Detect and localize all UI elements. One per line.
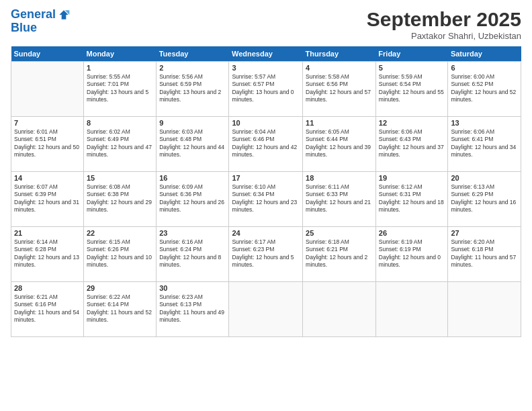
day-number: 3 xyxy=(232,64,300,72)
day-cell: 30Sunrise: 6:23 AMSunset: 6:13 PMDayligh… xyxy=(157,282,229,337)
day-info: Sunrise: 6:01 AMSunset: 6:51 PMDaylight:… xyxy=(14,128,81,159)
day-cell: 27Sunrise: 6:20 AMSunset: 6:18 PMDayligh… xyxy=(448,227,521,282)
day-info: Sunrise: 6:11 AMSunset: 6:33 PMDaylight:… xyxy=(306,183,373,214)
day-cell: 9Sunrise: 6:03 AMSunset: 6:48 PMDaylight… xyxy=(157,117,229,172)
day-info: Sunrise: 6:05 AMSunset: 6:44 PMDaylight:… xyxy=(306,128,373,159)
day-info: Sunrise: 6:19 AMSunset: 6:19 PMDaylight:… xyxy=(379,238,445,269)
day-number: 11 xyxy=(306,119,373,127)
day-number: 10 xyxy=(232,119,300,127)
day-cell: 1Sunrise: 5:55 AMSunset: 7:01 PMDaylight… xyxy=(84,62,157,117)
day-cell: 21Sunrise: 6:14 AMSunset: 6:28 PMDayligh… xyxy=(11,227,84,282)
day-cell: 3Sunrise: 5:57 AMSunset: 6:57 PMDaylight… xyxy=(229,62,303,117)
day-cell: 17Sunrise: 6:10 AMSunset: 6:34 PMDayligh… xyxy=(229,172,303,227)
day-cell: 20Sunrise: 6:13 AMSunset: 6:29 PMDayligh… xyxy=(448,172,521,227)
day-info: Sunrise: 6:02 AMSunset: 6:49 PMDaylight:… xyxy=(87,128,153,159)
day-info: Sunrise: 6:17 AMSunset: 6:23 PMDaylight:… xyxy=(232,238,300,269)
day-number: 6 xyxy=(451,64,518,72)
day-number: 15 xyxy=(87,174,153,182)
day-info: Sunrise: 6:12 AMSunset: 6:31 PMDaylight:… xyxy=(379,183,445,214)
day-cell: 28Sunrise: 6:21 AMSunset: 6:16 PMDayligh… xyxy=(11,282,84,337)
day-cell: 7Sunrise: 6:01 AMSunset: 6:51 PMDaylight… xyxy=(11,117,84,172)
day-cell: 15Sunrise: 6:08 AMSunset: 6:38 PMDayligh… xyxy=(84,172,157,227)
day-info: Sunrise: 6:13 AMSunset: 6:29 PMDaylight:… xyxy=(451,183,518,214)
header: General Blue September 2025 Paxtakor Sha… xyxy=(11,8,521,41)
logo-icon xyxy=(57,8,71,21)
day-number: 26 xyxy=(379,229,445,237)
day-cell: 4Sunrise: 5:58 AMSunset: 6:56 PMDaylight… xyxy=(303,62,376,117)
page: General Blue September 2025 Paxtakor Sha… xyxy=(0,0,532,411)
week-row-2: 7Sunrise: 6:01 AMSunset: 6:51 PMDaylight… xyxy=(11,117,521,172)
col-header-wednesday: Wednesday xyxy=(229,46,303,62)
day-number: 2 xyxy=(159,64,226,72)
day-cell xyxy=(448,282,521,337)
day-info: Sunrise: 6:06 AMSunset: 6:43 PMDaylight:… xyxy=(379,128,445,159)
day-cell xyxy=(229,282,303,337)
day-info: Sunrise: 6:14 AMSunset: 6:28 PMDaylight:… xyxy=(14,238,81,269)
day-info: Sunrise: 6:09 AMSunset: 6:36 PMDaylight:… xyxy=(159,183,226,214)
logo: General Blue xyxy=(11,8,71,35)
col-header-tuesday: Tuesday xyxy=(157,46,229,62)
day-cell: 2Sunrise: 5:56 AMSunset: 6:59 PMDaylight… xyxy=(157,62,229,117)
day-cell: 19Sunrise: 6:12 AMSunset: 6:31 PMDayligh… xyxy=(375,172,448,227)
day-cell: 11Sunrise: 6:05 AMSunset: 6:44 PMDayligh… xyxy=(303,117,376,172)
day-info: Sunrise: 6:18 AMSunset: 6:21 PMDaylight:… xyxy=(306,238,373,269)
day-cell: 26Sunrise: 6:19 AMSunset: 6:19 PMDayligh… xyxy=(375,227,448,282)
day-cell: 18Sunrise: 6:11 AMSunset: 6:33 PMDayligh… xyxy=(303,172,376,227)
day-info: Sunrise: 6:04 AMSunset: 6:46 PMDaylight:… xyxy=(232,128,300,159)
day-cell: 23Sunrise: 6:16 AMSunset: 6:24 PMDayligh… xyxy=(157,227,229,282)
day-cell: 13Sunrise: 6:06 AMSunset: 6:41 PMDayligh… xyxy=(448,117,521,172)
day-cell: 25Sunrise: 6:18 AMSunset: 6:21 PMDayligh… xyxy=(303,227,376,282)
day-info: Sunrise: 5:55 AMSunset: 7:01 PMDaylight:… xyxy=(87,73,153,104)
day-number: 12 xyxy=(379,119,445,127)
day-cell: 16Sunrise: 6:09 AMSunset: 6:36 PMDayligh… xyxy=(157,172,229,227)
day-info: Sunrise: 6:00 AMSunset: 6:52 PMDaylight:… xyxy=(451,73,518,104)
day-number: 4 xyxy=(306,64,373,72)
day-number: 28 xyxy=(14,284,81,292)
week-row-5: 28Sunrise: 6:21 AMSunset: 6:16 PMDayligh… xyxy=(11,282,521,337)
day-cell xyxy=(303,282,376,337)
day-number: 9 xyxy=(159,119,226,127)
day-number: 22 xyxy=(87,229,153,237)
day-cell: 29Sunrise: 6:22 AMSunset: 6:14 PMDayligh… xyxy=(84,282,157,337)
day-number: 20 xyxy=(451,174,518,182)
week-row-3: 14Sunrise: 6:07 AMSunset: 6:39 PMDayligh… xyxy=(11,172,521,227)
day-info: Sunrise: 6:07 AMSunset: 6:39 PMDaylight:… xyxy=(14,183,81,214)
logo-text: General xyxy=(11,8,56,21)
day-info: Sunrise: 6:16 AMSunset: 6:24 PMDaylight:… xyxy=(159,238,226,269)
day-cell: 10Sunrise: 6:04 AMSunset: 6:46 PMDayligh… xyxy=(229,117,303,172)
day-info: Sunrise: 6:03 AMSunset: 6:48 PMDaylight:… xyxy=(159,128,226,159)
day-info: Sunrise: 6:15 AMSunset: 6:26 PMDaylight:… xyxy=(87,238,153,269)
logo-text2: Blue xyxy=(11,21,71,35)
day-number: 30 xyxy=(159,284,226,292)
day-info: Sunrise: 5:57 AMSunset: 6:57 PMDaylight:… xyxy=(232,73,300,104)
day-cell: 6Sunrise: 6:00 AMSunset: 6:52 PMDaylight… xyxy=(448,62,521,117)
day-cell xyxy=(11,62,84,117)
day-number: 7 xyxy=(14,119,81,127)
day-cell: 5Sunrise: 5:59 AMSunset: 6:54 PMDaylight… xyxy=(375,62,448,117)
day-number: 16 xyxy=(159,174,226,182)
day-number: 17 xyxy=(232,174,300,182)
day-number: 25 xyxy=(306,229,373,237)
month-title: September 2025 xyxy=(367,8,521,31)
day-cell xyxy=(375,282,448,337)
day-cell: 22Sunrise: 6:15 AMSunset: 6:26 PMDayligh… xyxy=(84,227,157,282)
day-number: 8 xyxy=(87,119,153,127)
day-cell: 12Sunrise: 6:06 AMSunset: 6:43 PMDayligh… xyxy=(375,117,448,172)
calendar-table: SundayMondayTuesdayWednesdayThursdayFrid… xyxy=(11,46,521,337)
day-info: Sunrise: 6:10 AMSunset: 6:34 PMDaylight:… xyxy=(232,183,300,214)
day-number: 29 xyxy=(87,284,153,292)
day-number: 27 xyxy=(451,229,518,237)
day-number: 19 xyxy=(379,174,445,182)
header-row: SundayMondayTuesdayWednesdayThursdayFrid… xyxy=(11,46,521,62)
day-info: Sunrise: 6:06 AMSunset: 6:41 PMDaylight:… xyxy=(451,128,518,159)
day-cell: 24Sunrise: 6:17 AMSunset: 6:23 PMDayligh… xyxy=(229,227,303,282)
day-number: 14 xyxy=(14,174,81,182)
col-header-monday: Monday xyxy=(84,46,157,62)
day-info: Sunrise: 6:23 AMSunset: 6:13 PMDaylight:… xyxy=(159,293,226,324)
day-info: Sunrise: 5:59 AMSunset: 6:54 PMDaylight:… xyxy=(379,73,445,104)
day-number: 5 xyxy=(379,64,445,72)
day-number: 24 xyxy=(232,229,300,237)
col-header-thursday: Thursday xyxy=(303,46,376,62)
day-number: 23 xyxy=(159,229,226,237)
col-header-sunday: Sunday xyxy=(11,46,84,62)
